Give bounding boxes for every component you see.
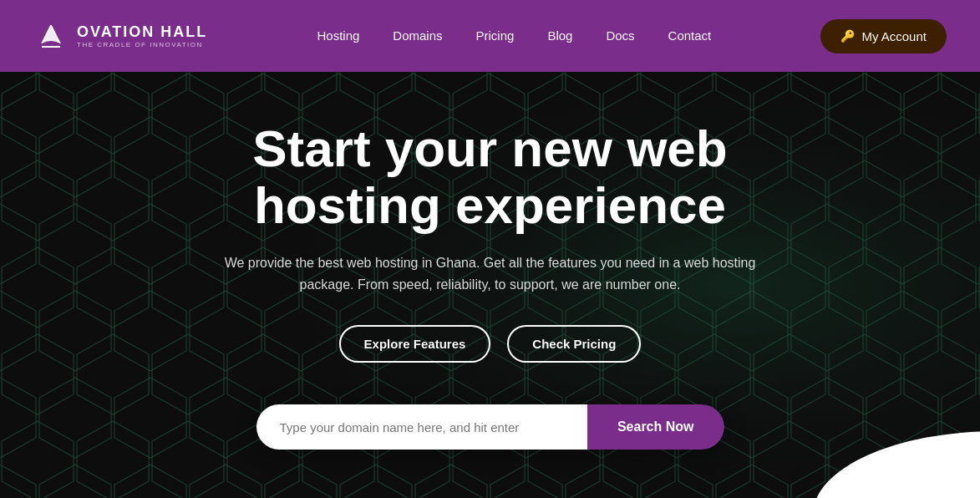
bottom-curve-decoration <box>813 431 980 498</box>
logo-text: OVATION HALL The Cradle of Innovation <box>77 23 207 48</box>
navbar: OVATION HALL The Cradle of Innovation Ho… <box>0 0 980 72</box>
hero-section: Start your new web hosting experience We… <box>0 72 980 498</box>
explore-features-button[interactable]: Explore Features <box>339 325 491 363</box>
nav-item-hosting[interactable]: Hosting <box>317 28 359 43</box>
check-pricing-button[interactable]: Check Pricing <box>507 325 641 363</box>
domain-search-input[interactable] <box>256 404 587 450</box>
hero-content: Start your new web hosting experience We… <box>190 120 791 450</box>
logo: OVATION HALL The Cradle of Innovation <box>33 18 207 53</box>
nav-item-docs[interactable]: Docs <box>606 28 634 43</box>
search-now-button[interactable]: Search Now <box>587 404 724 450</box>
nav-links: Hosting Domains Pricing Blog Docs Contac… <box>317 28 711 43</box>
hero-subtitle: We provide the best web hosting in Ghana… <box>223 252 758 295</box>
my-account-button[interactable]: 🔑 My Account <box>820 19 947 53</box>
domain-search-bar: Search Now <box>256 404 724 450</box>
nav-item-domains[interactable]: Domains <box>393 28 442 43</box>
logo-icon <box>33 18 69 53</box>
logo-tagline: The Cradle of Innovation <box>77 41 207 48</box>
nav-item-blog[interactable]: Blog <box>547 28 572 43</box>
nav-item-pricing[interactable]: Pricing <box>476 28 515 43</box>
hero-buttons: Explore Features Check Pricing <box>339 325 642 363</box>
nav-item-contact[interactable]: Contact <box>668 28 712 43</box>
hero-title: Start your new web hosting experience <box>206 120 774 234</box>
logo-name: OVATION HALL <box>77 23 207 41</box>
key-icon: 🔑 <box>840 29 855 43</box>
